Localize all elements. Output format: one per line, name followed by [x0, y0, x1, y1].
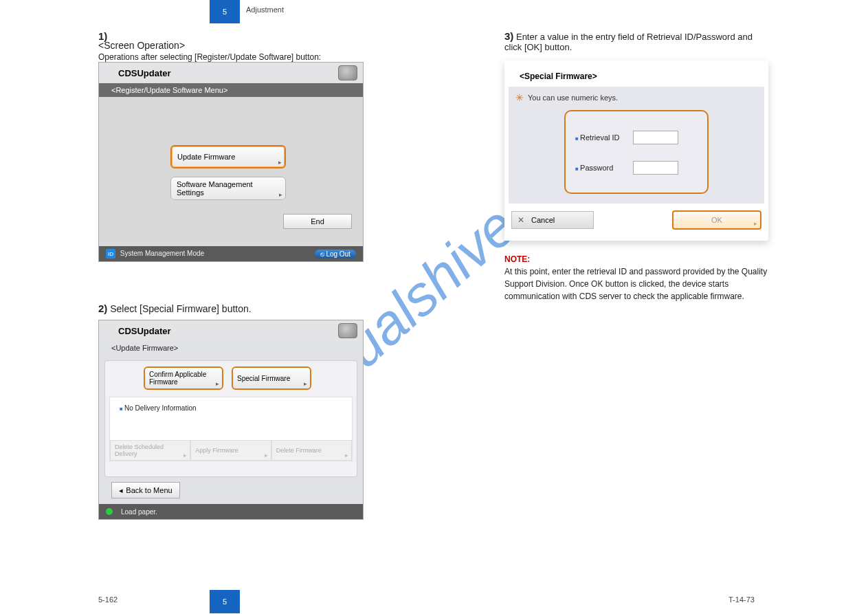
hint-text: You can use numeric keys. [528, 94, 618, 102]
dialog-body: ✳ You can use numeric keys. Retrieval ID… [509, 87, 764, 204]
panel1-titlebar: CDSUpdater [99, 63, 363, 83]
note-heading: NOTE: [504, 254, 530, 264]
no-delivery-text: No Delivery Information [120, 404, 342, 412]
panel2-breadcrumb: <Update Firmware> [99, 341, 363, 355]
ok-label: OK [711, 216, 722, 224]
back-label: Back to Menu [126, 486, 172, 494]
retrieval-id-input[interactable] [633, 131, 678, 144]
chevron-right-icon: ▸ [278, 159, 282, 166]
hint-icon: ✳ [515, 92, 524, 103]
update-firmware-button[interactable]: Update Firmware ▸ [170, 145, 286, 168]
step2-text: Select [Special Firmware] button. [110, 303, 251, 314]
chevron-right-icon: ▸ [754, 220, 757, 227]
retrieval-id-field: Retrieval ID [575, 131, 698, 144]
password-input[interactable] [633, 161, 678, 175]
section-title: Adjustment [246, 6, 284, 14]
panel2-titlebar: CDSUpdater [99, 320, 363, 341]
delete-firmware-label: Delete Firmware [276, 447, 322, 454]
dialog-title: <Special Firmware> [504, 61, 768, 87]
credential-form: Retrieval ID Password [564, 110, 709, 194]
numeric-hint: ✳ You can use numeric keys. [515, 92, 757, 103]
disabled-actions-row: Delete Scheduled Delivery▸ Apply Firmwar… [110, 440, 352, 461]
panel2-title: CDSUpdater [118, 326, 171, 336]
chevron-right-icon: ▸ [304, 380, 307, 387]
step3-text: Enter a value in the entry field of Retr… [504, 32, 753, 52]
step1-number: 1) [98, 30, 107, 42]
cancel-label: Cancel [531, 216, 555, 224]
password-field: Password [575, 161, 698, 175]
confirm-firmware-button[interactable]: Confirm Applicable Firmware ▸ [144, 366, 223, 390]
apply-firmware-button: Apply Firmware▸ [190, 440, 271, 461]
step3-number: 3) [504, 30, 513, 42]
panel1-subtitle: <Register/Update Software Menu> [99, 83, 363, 97]
logout-button[interactable]: ⎋ Log Out [315, 250, 356, 259]
back-arrow-icon: ◂ [119, 486, 123, 495]
ok-button[interactable]: OK ▸ [672, 210, 761, 230]
panel2-top-buttons: Confirm Applicable Firmware ▸ Special Fi… [109, 366, 353, 390]
special-firmware-button[interactable]: Special Firmware ▸ [232, 366, 311, 390]
page-marker-bottom: 5 [210, 590, 240, 613]
intro-line1: <Screen Operation> [98, 40, 185, 51]
system-mode-label: ID System Management Mode [106, 249, 204, 259]
home-orb-icon[interactable] [338, 323, 357, 338]
page-marker-top: 5 [210, 0, 240, 23]
panel1-footer: ID System Management Mode ⎋ Log Out [99, 246, 363, 261]
special-firmware-label: Special Firmware [237, 375, 290, 382]
cdsupdater-menu-panel: CDSUpdater <Register/Update Software Men… [98, 62, 364, 262]
note-body: At this point, enter the retrieval ID an… [504, 267, 767, 301]
panel1-body: Update Firmware ▸ Software Management Se… [99, 97, 363, 234]
step2-number: 2) [98, 303, 107, 314]
status-ok-icon [106, 508, 113, 515]
system-mode-text: System Management Mode [120, 250, 204, 257]
home-orb-icon[interactable] [338, 65, 357, 80]
intro-line2: Operations after selecting [Register/Upd… [98, 52, 321, 62]
update-firmware-panel: CDSUpdater <Update Firmware> Confirm App… [98, 320, 364, 520]
software-settings-label: Software Management Settings [177, 180, 280, 197]
back-to-menu-button[interactable]: ◂ Back to Menu [111, 482, 180, 498]
chevron-right-icon: ▸ [216, 380, 219, 387]
delivery-info-area: No Delivery Information Delete Scheduled… [109, 397, 353, 461]
chevron-right-icon: ▸ [279, 191, 282, 198]
retrieval-id-label: Retrieval ID [575, 133, 627, 142]
panel1-title: CDSUpdater [118, 68, 171, 78]
id-chip-icon: ID [106, 249, 115, 259]
dialog-footer: ✕ Cancel OK ▸ [504, 204, 768, 230]
panel2-card: Confirm Applicable Firmware ▸ Special Fi… [104, 360, 357, 477]
end-button[interactable]: End [283, 214, 352, 229]
panel2-footer: Load paper. [99, 504, 363, 519]
logout-label: Log Out [326, 250, 350, 258]
delete-scheduled-label: Delete Scheduled Delivery [115, 443, 186, 457]
footer-status-text: Load paper. [121, 508, 157, 516]
update-firmware-label: Update Firmware [177, 153, 235, 161]
password-label: Password [575, 164, 627, 172]
apply-firmware-label: Apply Firmware [195, 447, 238, 454]
delete-scheduled-button: Delete Scheduled Delivery▸ [110, 440, 190, 461]
footer-left: 5-162 [98, 595, 118, 604]
footer-right: T-14-73 [728, 595, 755, 604]
close-icon: ✕ [518, 215, 524, 225]
special-firmware-dialog: <Special Firmware> ✳ You can use numeric… [504, 61, 768, 241]
cancel-button[interactable]: ✕ Cancel [511, 211, 594, 229]
confirm-firmware-label: Confirm Applicable Firmware [149, 371, 218, 386]
delete-firmware-button: Delete Firmware▸ [271, 440, 352, 461]
software-settings-button[interactable]: Software Management Settings ▸ [170, 177, 286, 200]
